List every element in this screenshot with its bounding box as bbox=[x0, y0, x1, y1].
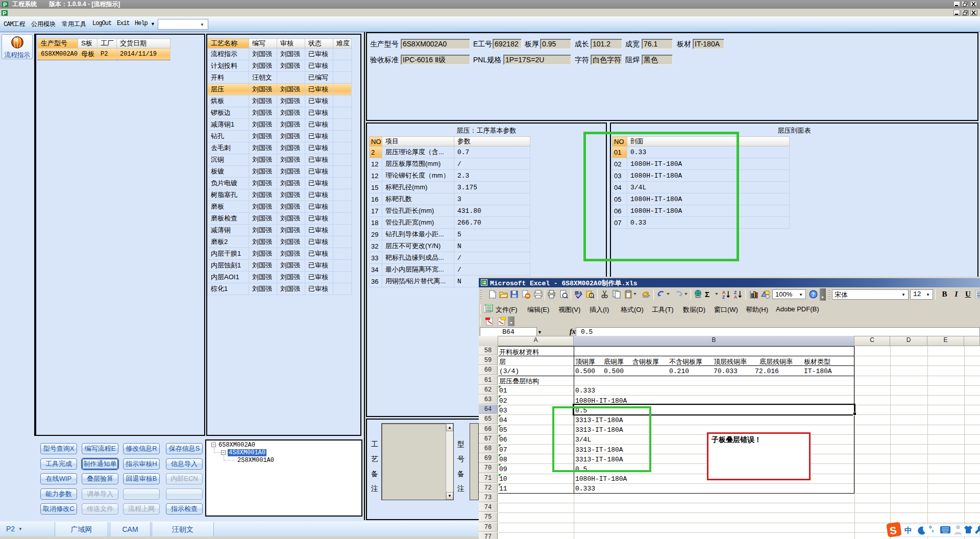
svg-text:P: P bbox=[3, 10, 6, 16]
svg-text:P: P bbox=[3, 2, 7, 8]
svg-text:Z: Z bbox=[722, 295, 725, 299]
svg-text:A: A bbox=[734, 295, 737, 299]
svg-text:Σ: Σ bbox=[705, 290, 709, 299]
svg-text:?: ? bbox=[812, 291, 815, 298]
